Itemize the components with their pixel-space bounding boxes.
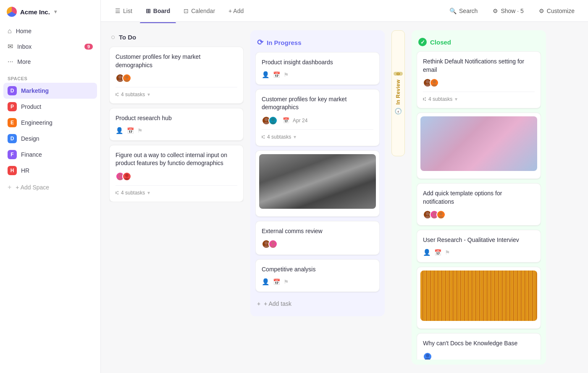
search-label: Search [459,8,478,14]
space-label: HR [21,167,29,174]
svg-point-24 [439,212,443,215]
space-icon-design: D [8,134,17,143]
svg-point-25 [438,216,444,220]
add-label: + Add [228,8,244,14]
card-c6[interactable] [255,150,380,217]
svg-point-7 [124,178,129,181]
space-label: Design [21,135,39,142]
avatar [436,210,446,219]
avatar-group [423,352,432,360]
flag-icon: ⚑ [284,71,289,78]
card-c7[interactable]: External comms review [255,221,380,255]
svg-point-19 [431,84,437,87]
customize-button[interactable]: ⚙ Customize [534,5,580,17]
search-icon: 🔍 [449,8,457,14]
tab-calendar[interactable]: ⊡ Calendar [178,4,221,18]
card-title: Why can't Docs be Knowledge Base [423,339,535,348]
svg-point-8 [265,118,268,121]
chevron-down-icon: ▾ [54,9,57,15]
space-icon-finance: F [8,150,17,159]
card-title: External comms review [262,227,373,236]
svg-point-4 [118,173,122,177]
avatar [122,74,131,83]
card-title: Customer profiles for key market demogra… [116,53,237,69]
svg-point-6 [125,173,129,177]
card-title: Product insight dashboards [262,58,373,67]
avatar [268,239,278,249]
space-item-design[interactable]: D Design [3,131,97,147]
add-task-button[interactable]: + + Add task [255,296,380,311]
sidebar-item-inbox[interactable]: ✉ Inbox 9 [3,39,97,54]
card-title: Figure out a way to collect internal inp… [116,151,237,168]
more-icon: ··· [8,58,13,66]
search-button[interactable]: 🔍 Search [444,5,483,17]
spaces-title: Spaces [0,71,100,83]
svg-point-11 [270,122,276,125]
add-task-label: + Add task [264,300,291,307]
sidebar-item-home[interactable]: ⌂ Home [3,24,97,39]
card-c2[interactable]: Product research hub 👤 📅 ⚑ [109,108,244,141]
svg-point-9 [263,122,269,125]
card-meta: 📅 Apr 24 [262,116,373,125]
card-c11[interactable]: Add quick template options for notificat… [417,183,541,226]
card-c13[interactable] [417,267,541,329]
review-count: 0 [394,72,403,76]
card-meta: 👤 📅 ⚑ [262,71,373,79]
space-item-hr[interactable]: H HR [3,163,97,179]
avatar-group [116,172,131,181]
svg-point-5 [117,178,123,181]
card-c14[interactable]: Why can't Docs be Knowledge Base [417,333,541,360]
svg-point-2 [125,76,129,79]
card-c8[interactable]: Competitive analysis 👤 📅 ⚑ [255,259,380,292]
spaces-list: D Marketing P Product E Engineering D De… [0,83,100,179]
topbar: ☰ List ⊞ Board ⊡ Calendar + Add 🔍 Search… [101,0,588,22]
show-button[interactable]: ⚙ Show · 5 [488,5,528,17]
card-meta [423,352,535,360]
card-c4[interactable]: Product insight dashboards 👤 📅 ⚑ [255,52,380,85]
sidebar-item-label: Home [16,28,32,34]
avatar [122,172,131,181]
sidebar-item-label: More [17,58,31,65]
customize-icon: ⚙ [539,8,544,14]
flag-icon: ⚑ [137,127,143,134]
card-c5[interactable]: Customer profiles for key market demogra… [255,89,380,146]
board-icon: ⊞ [146,8,151,14]
card-c3[interactable]: Figure out a way to collect internal inp… [109,145,244,202]
tab-board[interactable]: ⊞ Board [140,4,176,18]
space-item-engineering[interactable]: E Engineering [3,115,97,131]
column-title: Closed [430,39,451,46]
app-logo[interactable]: Acme Inc. ▾ [0,0,100,22]
sidebar-item-more[interactable]: ··· More [3,54,97,69]
inbox-icon: ✉ [8,42,13,50]
card-meta [116,172,237,181]
column-closed: ✓ Closed Rethink Default Notifications s… [412,30,546,365]
add-space-button[interactable]: + + Add Space [0,180,100,194]
svg-point-18 [433,80,436,84]
avatar [430,78,439,87]
card-image-bw [259,154,376,209]
topbar-right: 🔍 Search ⚙ Show · 5 ⚙ Customize [444,5,580,17]
card-title: Product research hub [116,114,237,123]
space-icon-product: P [8,102,17,111]
subtask-row: ⑆ 4 subtasks ▾ [262,129,373,140]
add-space-label: + Add Space [16,184,49,191]
tab-list[interactable]: ☰ List [109,4,138,18]
tab-label: Board [153,8,170,14]
filter-icon: ⚙ [493,8,498,14]
space-item-finance[interactable]: F Finance [3,147,97,163]
card-c10[interactable] [417,113,541,179]
date-icon: 📅 [283,117,289,123]
column-inprogress-body: Product insight dashboards 👤 📅 ⚑ Custome… [255,52,380,311]
subtask-count: 4 subtasks [121,92,145,97]
card-meta [423,210,535,219]
add-button[interactable]: + Add [223,4,249,18]
svg-point-1 [117,79,123,83]
date-icon: 📅 [273,71,280,78]
card-c9[interactable]: Rethink Default Notifications setting fo… [417,51,541,108]
column-inreview[interactable]: 🕐 In Review 0 [391,30,405,156]
space-item-marketing[interactable]: D Marketing [3,83,97,99]
card-c1[interactable]: Customer profiles for key market demogra… [109,47,244,104]
space-item-product[interactable]: P Product [3,99,97,115]
card-c12[interactable]: User Research - Qualitative Interviev 👤 … [417,230,541,263]
date-icon: 📅 [434,249,441,256]
